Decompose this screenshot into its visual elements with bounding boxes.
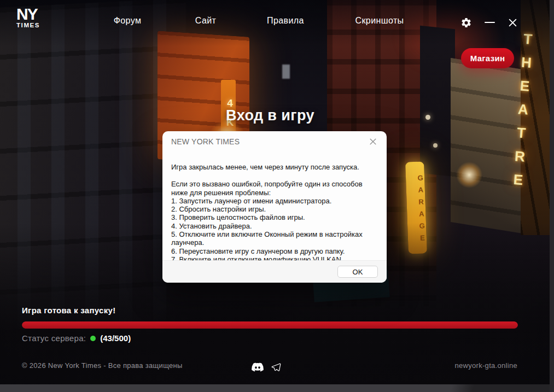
launcher-content: 4K THEATRE GARAGE NY TIMES Форум Сайт Пр…	[0, 0, 550, 384]
dialog-close-button[interactable]	[368, 137, 378, 147]
dialog-title: NEW YORK TIMES	[171, 137, 240, 146]
gear-icon	[460, 17, 472, 28]
logo-times-text: TIMES	[16, 22, 40, 28]
social-links	[252, 362, 281, 372]
copyright-text: © 2026 New York Times - Все права защище…	[22, 361, 183, 370]
dialog-footer: OK	[162, 260, 387, 283]
dialog-step: 2. Сбросить настройки игры.	[171, 205, 378, 213]
telegram-icon[interactable]	[271, 362, 281, 372]
dialog-header: NEW YORK TIMES	[162, 131, 387, 152]
dialog-step: 3. Проверить целостность файлов игры.	[171, 213, 378, 221]
error-dialog: NEW YORK TIMES Игра закрылась менее, чем…	[162, 131, 387, 283]
settings-button[interactable]	[459, 15, 473, 30]
ok-button[interactable]: OK	[337, 266, 378, 278]
server-status-row: Статус сервера: (43/500)	[22, 334, 131, 343]
page-title: Вход в игру	[0, 107, 540, 124]
dialog-step: 6. Переустановите игру с лаунчером в дру…	[171, 247, 378, 255]
dialog-step: 5. Отключите или включите Оконный режим …	[171, 230, 378, 247]
nav-item-forum[interactable]: Форум	[114, 16, 142, 26]
garage-neon-sign: GARAGE	[405, 161, 427, 254]
dialog-message: Игра закрылась менее, чем через минуту п…	[171, 163, 378, 171]
nav-item-site[interactable]: Сайт	[195, 16, 217, 26]
minimize-icon	[485, 22, 495, 23]
minimize-button[interactable]	[482, 15, 497, 30]
launcher-window: 4K THEATRE GARAGE NY TIMES Форум Сайт Пр…	[0, 0, 554, 392]
bg-red-glow	[377, 0, 520, 87]
progress-bar	[22, 321, 518, 329]
close-button[interactable]	[505, 15, 520, 30]
nav-item-screenshots[interactable]: Скриншоты	[355, 16, 404, 26]
bg-beige-building	[451, 58, 533, 235]
progress-fill	[22, 321, 518, 329]
dialog-body: Игра закрылась менее, чем через минуту п…	[162, 152, 387, 264]
bg-left-building	[0, 0, 186, 331]
app-logo: NY TIMES	[16, 7, 40, 28]
nav-item-rules[interactable]: Правила	[267, 16, 304, 26]
server-online-dot-icon	[90, 336, 96, 341]
ready-status-text: Игра готова к запуску!	[22, 306, 115, 315]
bg-tower-light	[433, 143, 438, 148]
logo-ny-text: NY	[16, 7, 40, 21]
dialog-step: 1. Запустить лаунчер от имени администра…	[171, 197, 378, 205]
server-player-count: (43/500)	[100, 334, 131, 343]
site-domain-text: newyork-gta.online	[454, 361, 517, 370]
server-status-label: Статус сервера:	[22, 334, 86, 343]
street-lamp-glow-right	[452, 157, 487, 192]
dialog-message: Если это вызвано ошибкой, попробуйте оди…	[171, 180, 378, 197]
discord-icon[interactable]	[252, 362, 264, 372]
bg-lit-window	[282, 65, 290, 79]
shop-button[interactable]: Магазин	[461, 48, 514, 68]
window-edge-bottom	[0, 384, 550, 392]
dialog-step: 4. Установить драйвера.	[171, 222, 378, 230]
close-icon	[508, 18, 517, 27]
bg-dark-tower	[420, 26, 455, 177]
window-edge-right	[550, 0, 554, 392]
bg-car-silhouette	[148, 301, 323, 384]
